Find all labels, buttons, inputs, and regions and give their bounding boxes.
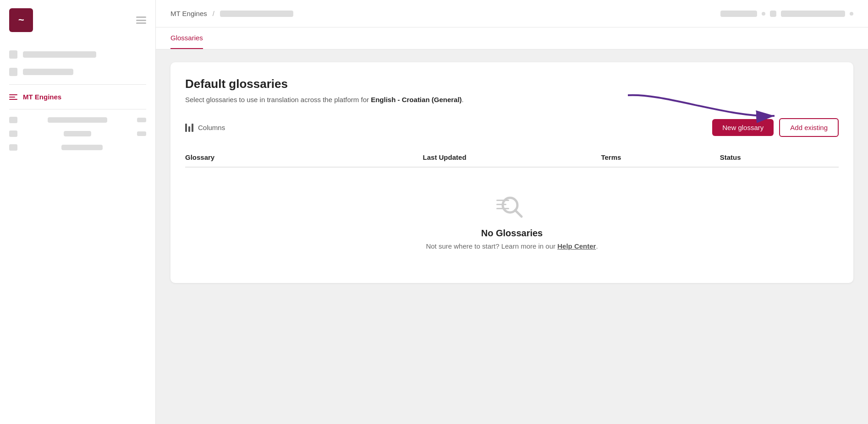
logo-tilde: ~ xyxy=(18,14,24,26)
new-glossary-button[interactable]: New glossary xyxy=(712,119,774,136)
nav-sub-mini-2 xyxy=(137,131,146,136)
logo[interactable]: ~ xyxy=(9,8,33,32)
nav-sub-icon-2 xyxy=(9,130,17,137)
nav-divider-1 xyxy=(9,84,146,85)
sidebar-item-sub2[interactable] xyxy=(0,127,155,141)
empty-state-icon-wrapper xyxy=(500,195,524,221)
page-content: Default glossaries Select glossaries to … xyxy=(156,49,868,424)
columns-label: Columns xyxy=(198,124,225,131)
nav-icon-2 xyxy=(9,68,17,76)
topbar-right-item-1 xyxy=(720,11,757,17)
breadcrumb-separator: / xyxy=(213,10,214,17)
nav-divider-2 xyxy=(9,109,146,109)
topbar-dot-1 xyxy=(762,12,765,16)
empty-state: No Glossaries Not sure where to start? L… xyxy=(185,168,839,268)
col-glossary: Glossary xyxy=(185,153,423,161)
nav-sub-label-3 xyxy=(61,145,103,150)
sidebar-item-mt-engines-label: MT Engines xyxy=(23,93,61,101)
toolbar: Columns New glossary Add existing xyxy=(185,118,839,137)
toolbar-right: New glossary Add existing xyxy=(712,118,839,137)
card-title: Default glossaries xyxy=(185,77,839,91)
nav-label-1 xyxy=(23,51,96,58)
nav-sub-label-2 xyxy=(64,131,91,136)
main-card: Default glossaries Select glossaries to … xyxy=(170,62,853,283)
sidebar-item-sub3[interactable] xyxy=(0,141,155,154)
empty-desc-prefix: Not sure where to start? Learn more in o… xyxy=(426,242,557,250)
topbar: MT Engines / xyxy=(156,0,868,27)
help-center-link[interactable]: Help Center xyxy=(557,242,596,250)
empty-lines-icon xyxy=(496,200,509,209)
menu-toggle-button[interactable] xyxy=(136,16,146,24)
breadcrumb-current xyxy=(220,11,293,17)
topbar-right xyxy=(720,11,853,17)
subtitle-suffix: . xyxy=(462,96,464,103)
nav-sub-icon-1 xyxy=(9,117,17,123)
col-terms: Terms xyxy=(601,153,720,161)
columns-icon xyxy=(185,124,193,132)
topbar-right-item-2 xyxy=(770,11,776,17)
main-area: MT Engines / Glossaries Default glossari… xyxy=(156,0,868,424)
nav-sub-label-1 xyxy=(48,117,107,123)
empty-description: Not sure where to start? Learn more in o… xyxy=(426,242,598,250)
sidebar-item-1[interactable] xyxy=(0,46,155,63)
topbar-right-item-3 xyxy=(781,11,845,17)
nav-label-2 xyxy=(23,69,73,75)
tabs-bar: Glossaries xyxy=(156,27,868,49)
subtitle-prefix: Select glossaries to use in translation … xyxy=(185,96,371,103)
col-last-updated: Last Updated xyxy=(423,153,601,161)
breadcrumb-root: MT Engines xyxy=(170,10,207,17)
subtitle-bold: English - Croatian (General) xyxy=(371,96,461,103)
tab-glossaries[interactable]: Glossaries xyxy=(170,27,203,49)
table-header: Glossary Last Updated Terms Status xyxy=(185,148,839,168)
sidebar-header: ~ xyxy=(0,0,155,40)
col-status: Status xyxy=(720,153,839,161)
nav-sub-icon-3 xyxy=(9,144,17,151)
mt-engines-icon xyxy=(9,94,17,100)
card-subtitle: Select glossaries to use in translation … xyxy=(185,96,839,103)
svg-line-2 xyxy=(515,210,522,217)
nav-icon-1 xyxy=(9,50,17,59)
empty-desc-suffix: . xyxy=(596,242,598,250)
nav-sub-mini-1 xyxy=(137,118,146,122)
topbar-dot-2 xyxy=(850,12,853,16)
sidebar-item-2[interactable] xyxy=(0,63,155,81)
sidebar-item-sub1[interactable] xyxy=(0,113,155,127)
sidebar-item-mt-engines[interactable]: MT Engines xyxy=(0,88,155,105)
sidebar-nav: MT Engines xyxy=(0,40,155,424)
add-existing-button[interactable]: Add existing xyxy=(779,118,839,137)
empty-title: No Glossaries xyxy=(481,228,543,239)
columns-button[interactable]: Columns xyxy=(185,124,225,132)
sidebar: ~ MT Engines xyxy=(0,0,156,424)
